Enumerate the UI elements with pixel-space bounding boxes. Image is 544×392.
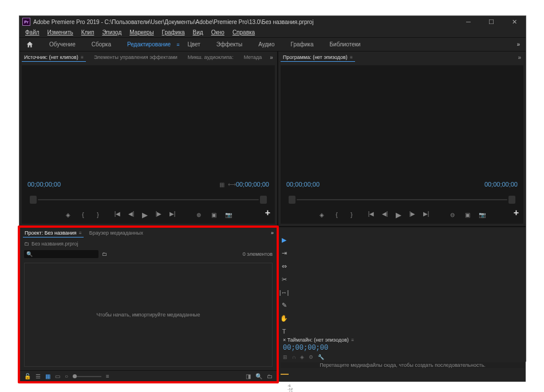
project-search-input[interactable]: 🔍 [24, 250, 98, 258]
filter-bin-icon[interactable]: 🗀 [102, 251, 107, 257]
ws-graphics[interactable]: Графика [283, 39, 322, 49]
in-icon[interactable]: { [78, 212, 88, 218]
play-icon[interactable]: ▶ [394, 211, 403, 219]
type-tool-icon[interactable]: T [282, 328, 286, 335]
razor-tool-icon[interactable]: ✂ [282, 276, 287, 283]
snap-icon[interactable]: ⊞ [283, 354, 287, 360]
menu-sequence[interactable]: Эпизод [98, 29, 125, 36]
goto-out-icon[interactable]: ▶| [421, 211, 431, 219]
slip-tool-icon[interactable]: |↔| [279, 289, 289, 296]
export-frame-icon[interactable]: 📷 [224, 212, 233, 218]
zoom-knob[interactable] [73, 374, 77, 378]
scrub-track[interactable] [38, 199, 259, 200]
menu-graphics[interactable]: Графика [159, 29, 188, 36]
new-bin-icon[interactable]: 🗀 [267, 373, 273, 379]
tab-project[interactable]: Проект: Без названия ≡ [23, 229, 84, 237]
program-tc-left[interactable]: 00;00;00;00 [286, 181, 484, 188]
menu-edit[interactable]: Изменить [44, 29, 77, 36]
source-overflow[interactable]: » [270, 54, 275, 61]
marker-icon[interactable]: ◈ [300, 354, 304, 360]
ws-overflow-button[interactable]: » [511, 39, 526, 50]
maximize-button[interactable]: ☐ [480, 16, 503, 27]
hand-tool-icon[interactable]: ✋ [280, 315, 288, 322]
scrub-cap-left[interactable] [289, 196, 295, 204]
ws-assembly[interactable]: Сборка [84, 39, 119, 49]
write-lock-icon[interactable]: 🔓 [24, 373, 31, 379]
step-fwd-icon[interactable]: |▶ [154, 211, 163, 219]
tab-program[interactable]: Программа: (нет эпизодов) ≡ [281, 53, 355, 62]
goto-out-icon[interactable]: ▶| [168, 211, 177, 219]
titlebar[interactable]: Pr Adobe Premiere Pro 2019 - C:\Пользова… [19, 16, 526, 27]
menu-window[interactable]: Окно [208, 29, 228, 36]
out-icon[interactable]: } [93, 212, 103, 218]
scrub-cap-right[interactable] [260, 196, 267, 204]
pen-tool-icon[interactable]: ✎ [282, 302, 287, 309]
step-back-icon[interactable]: ◀| [380, 211, 389, 219]
ws-color[interactable]: Цвет [179, 39, 208, 49]
timeline-tab[interactable]: × Таймлайн: (нет эпизодов) ≡ [283, 337, 521, 343]
out-icon[interactable]: } [347, 212, 356, 218]
tab-media-browser[interactable]: Браузер медиаданных [89, 230, 143, 236]
ws-editing[interactable]: Редактирование [119, 39, 179, 49]
minimize-button[interactable]: ─ [457, 16, 480, 27]
icon-view-icon[interactable]: ▦ [45, 373, 50, 379]
ws-audio[interactable]: Аудио [250, 39, 282, 49]
home-button[interactable] [24, 39, 36, 50]
fit-icon[interactable]: ⟷ [228, 181, 236, 188]
lift-icon[interactable]: ⊖ [448, 212, 457, 218]
play-icon[interactable]: ▶ [140, 211, 149, 219]
close-button[interactable]: ✕ [503, 16, 526, 27]
menu-clip[interactable]: Клип [78, 29, 98, 36]
scrub-track[interactable] [297, 199, 507, 200]
zoom-out-icon[interactable]: ○ [65, 373, 68, 379]
freeform-view-icon[interactable]: ▭ [55, 373, 60, 379]
ripple-tool-icon[interactable]: ⇔ [282, 263, 287, 270]
scrub-cap-left[interactable] [30, 196, 37, 204]
wrench-icon[interactable]: 🔧 [318, 354, 324, 360]
add-button-icon[interactable]: + [514, 208, 519, 218]
program-scrub[interactable] [287, 195, 517, 204]
export-frame-icon[interactable]: 📷 [478, 212, 487, 218]
tab-menu-icon[interactable]: ≡ [350, 55, 353, 60]
ws-libraries[interactable]: Библиотеки [321, 39, 368, 49]
project-overflow[interactable]: » [271, 230, 274, 236]
menu-file[interactable]: Файл [22, 29, 43, 36]
in-icon[interactable]: { [332, 212, 341, 218]
overwrite-icon[interactable]: ▣ [209, 212, 218, 218]
timeline-timecode[interactable]: 00;00;00;00 [283, 344, 521, 352]
zoom-slider[interactable] [73, 376, 101, 377]
marker-icon[interactable]: ◈ [64, 212, 73, 218]
source-tc-left[interactable]: 00;00;00;00 [27, 181, 219, 188]
tab-menu-icon[interactable]: ≡ [81, 55, 84, 60]
sort-icon[interactable]: ≡ [106, 373, 109, 379]
insert-icon[interactable]: ⊕ [194, 212, 203, 218]
tab-menu-icon[interactable]: ≡ [352, 338, 354, 343]
step-back-icon[interactable]: ◀| [127, 211, 136, 219]
marker-icon[interactable]: ◈ [317, 212, 326, 218]
source-scrub[interactable] [29, 195, 268, 204]
snap-icon[interactable]: ▦ [219, 181, 224, 188]
ws-learn[interactable]: Обучение [41, 39, 84, 49]
tab-metadata[interactable]: Метада [242, 53, 265, 61]
tab-source[interactable]: Источник: (нет клипов) ≡ [22, 53, 86, 62]
menu-markers[interactable]: Маркеры [126, 29, 157, 36]
list-view-icon[interactable]: ☰ [36, 373, 41, 379]
tab-menu-icon[interactable]: ≡ [79, 231, 82, 236]
project-drop-zone[interactable]: Чтобы начать, импортируйте медиаданные [24, 263, 273, 367]
menu-help[interactable]: Справка [229, 29, 258, 36]
settings-icon[interactable]: ⚙ [309, 354, 313, 360]
linked-icon[interactable]: ∩ [292, 354, 295, 360]
add-button-icon[interactable]: + [265, 208, 270, 218]
selection-tool-icon[interactable]: ▶ [282, 236, 286, 244]
goto-in-icon[interactable]: |◀ [113, 211, 122, 219]
track-select-tool-icon[interactable]: ⇥ [282, 250, 287, 257]
menu-view[interactable]: Вид [190, 29, 207, 36]
find-icon[interactable]: 🔍 [255, 373, 262, 379]
timeline-drop-zone[interactable]: Перетащите медиафайлы сюда, чтобы создат… [281, 362, 525, 368]
goto-in-icon[interactable]: |◀ [366, 211, 376, 219]
ws-effects[interactable]: Эффекты [208, 39, 250, 49]
tab-effect-controls[interactable]: Элементы управления эффектами [92, 53, 180, 61]
automate-icon[interactable]: ◨ [246, 373, 251, 379]
step-fwd-icon[interactable]: |▶ [408, 211, 417, 219]
extract-icon[interactable]: ▣ [463, 212, 472, 218]
